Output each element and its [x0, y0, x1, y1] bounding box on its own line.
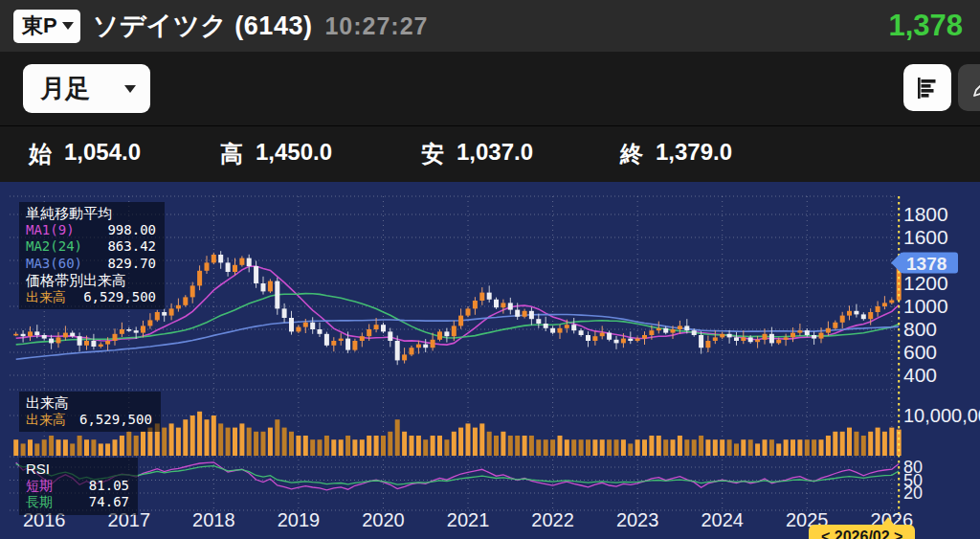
ma1-value: 998.00: [94, 222, 156, 239]
month-nav-badge[interactable]: < 2026/02 >: [809, 525, 915, 539]
volume-legend-title: 出来高: [26, 394, 152, 412]
chevron-down-icon: [124, 85, 136, 93]
ohlc-low: 安 1,037.0: [421, 139, 620, 169]
header: 東P ソデイツク (6143) 10:27:27 1,378: [0, 0, 980, 52]
svg-text:2021: 2021: [447, 509, 490, 530]
rsi-legend-title: RSI: [26, 460, 129, 478]
svg-text:1800: 1800: [903, 203, 948, 225]
high-value: 1,450.0: [256, 139, 332, 169]
low-value: 1,037.0: [457, 139, 533, 169]
svg-text:2024: 2024: [701, 509, 744, 530]
svg-text:2020: 2020: [362, 509, 405, 530]
current-price: 1,378: [888, 9, 963, 43]
rsi-legend: RSI 短期81.05 長期74.67: [19, 458, 138, 515]
rsi-short-value: 81.05: [76, 478, 129, 495]
high-label: 高: [220, 139, 243, 169]
market-badge-label: 東P: [22, 11, 57, 40]
ma-legend: 単純移動平均 MA1(9)998.00 MA2(24)863.42 MA3(60…: [19, 202, 165, 309]
svg-text:10,000,000: 10,000,000: [903, 405, 980, 426]
chevron-down-icon: [62, 22, 74, 30]
quote-time: 10:27:27: [324, 12, 428, 40]
rsi-short-label: 短期: [26, 478, 53, 495]
close-label: 終: [620, 139, 643, 169]
ohlc-close: 終 1,379.0: [620, 139, 732, 169]
ohlc-row: 始 1,054.0 高 1,450.0 安 1,037.0 終 1,379.0: [0, 125, 980, 182]
svg-text:2018: 2018: [192, 509, 235, 530]
svg-text:600: 600: [903, 341, 937, 363]
ma-legend-title: 単純移動平均: [26, 205, 156, 222]
ma1-label: MA1(9): [26, 222, 75, 239]
timeframe-dropdown[interactable]: 月足: [23, 64, 150, 113]
low-label: 安: [421, 139, 444, 169]
svg-text:400: 400: [903, 364, 937, 386]
market-badge-dropdown[interactable]: 東P: [13, 10, 80, 43]
close-value: 1,379.0: [656, 139, 732, 169]
pencil-icon: [969, 75, 980, 101]
svg-text:1600: 1600: [903, 226, 948, 248]
ohlc-high: 高 1,450.0: [220, 139, 421, 169]
volume-legend: 出来高 出来高6,529,500: [19, 392, 161, 432]
svg-text:1378: 1378: [906, 254, 947, 274]
stock-title: ソデイツク (6143): [93, 9, 313, 43]
ma3-value: 829.70: [94, 256, 156, 273]
svg-text:2019: 2019: [278, 509, 321, 530]
volume-row-value: 6,529,500: [66, 412, 152, 429]
svg-text:1000: 1000: [903, 295, 948, 317]
hbar-chart-icon: [914, 75, 941, 101]
chart-toolbar: 月足: [0, 52, 980, 125]
svg-text:1200: 1200: [903, 272, 948, 294]
volume-row-label: 出来高: [26, 412, 66, 429]
ma2-label: MA2(24): [26, 238, 82, 256]
draw-tool-button[interactable]: [958, 64, 980, 111]
rsi-long-value: 74.67: [76, 494, 129, 511]
volume-by-price-toggle[interactable]: [903, 64, 951, 111]
timeframe-label: 月足: [40, 72, 90, 105]
vbp-legend-title: 価格帯別出来高: [26, 272, 156, 289]
svg-text:2022: 2022: [531, 509, 574, 530]
rsi-long-label: 長期: [26, 494, 53, 511]
ohlc-open: 始 1,054.0: [29, 139, 220, 169]
open-value: 1,054.0: [64, 139, 141, 169]
volume-value: 6,529,500: [70, 289, 156, 306]
volume-label: 出来高: [26, 289, 66, 306]
svg-text:2023: 2023: [616, 509, 659, 530]
ma3-label: MA3(60): [26, 256, 82, 273]
ma2-value: 863.42: [94, 238, 156, 256]
open-label: 始: [29, 139, 52, 169]
chart-area[interactable]: 180016001200100080060040010,000,00080502…: [0, 182, 980, 539]
svg-text:20: 20: [903, 483, 923, 503]
svg-text:800: 800: [903, 318, 937, 340]
